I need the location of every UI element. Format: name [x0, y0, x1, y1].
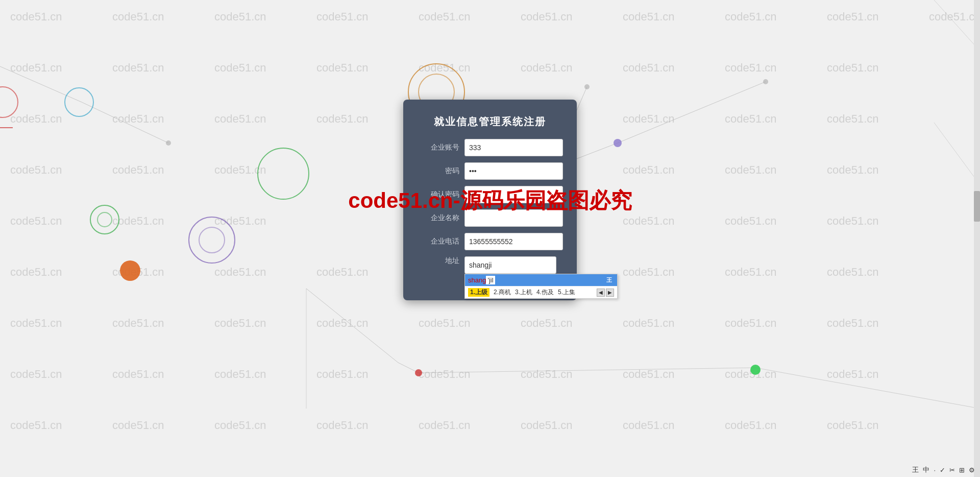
account-input[interactable]: [464, 139, 563, 156]
password-field-row: 密码: [424, 162, 556, 180]
autocomplete-header: shang'jil 王: [465, 274, 617, 286]
taskbar: 王 中 · ✓ ✂ ⊞ ⚙: [907, 463, 980, 477]
autocomplete-match-text: shang'jil: [468, 276, 495, 284]
company-phone-field-row: 企业电话: [424, 233, 556, 250]
confirm-password-input[interactable]: [464, 186, 563, 203]
address-field-row: 地址 shang'jil 王 1.上级 2.商机 3.上机 4.伤: [424, 256, 556, 274]
company-name-input[interactable]: [464, 209, 563, 227]
confirm-password-field-row: 确认密码: [424, 186, 556, 203]
modal-title: 就业信息管理系统注册: [424, 115, 556, 129]
account-field-row: 企业账号: [424, 139, 556, 156]
suggestion-3[interactable]: 3.上机: [515, 288, 532, 297]
account-label: 企业账号: [424, 143, 459, 152]
taskbar-ime[interactable]: 王: [912, 465, 919, 474]
company-name-field-row: 企业名称: [424, 209, 556, 227]
password-input[interactable]: [464, 162, 563, 180]
taskbar-dot[interactable]: ·: [934, 466, 936, 474]
address-input[interactable]: [464, 256, 556, 274]
suggestion-4[interactable]: 4.伤及: [536, 288, 554, 297]
right-scrollbar[interactable]: [974, 0, 980, 477]
ime-icon: 王: [604, 276, 614, 284]
modal-overlay: 就业信息管理系统注册 企业账号 密码 确认密码 企业名称 企业电话 地址: [0, 0, 980, 477]
autocomplete-dropdown: shang'jil 王 1.上级 2.商机 3.上机 4.伤及 5.上集 ◀ ▶: [464, 274, 618, 299]
confirm-password-label: 确认密码: [424, 190, 459, 199]
suggestion-5[interactable]: 5.上集: [558, 288, 575, 297]
suggestion-navigation: ◀ ▶: [597, 289, 614, 297]
suggestion-1[interactable]: 1.上级: [468, 288, 489, 297]
suggestion-2[interactable]: 2.商机: [494, 288, 511, 297]
address-label: 地址: [424, 256, 459, 266]
taskbar-grid[interactable]: ⊞: [959, 466, 965, 474]
password-label: 密码: [424, 166, 459, 176]
registration-modal: 就业信息管理系统注册 企业账号 密码 确认密码 企业名称 企业电话 地址: [403, 100, 577, 300]
scrollbar-thumb[interactable]: [974, 191, 980, 222]
next-suggestion-arrow[interactable]: ▶: [606, 289, 614, 297]
company-phone-input[interactable]: [464, 233, 563, 250]
taskbar-cut[interactable]: ✂: [949, 466, 955, 474]
company-phone-label: 企业电话: [424, 237, 459, 246]
taskbar-gear[interactable]: ⚙: [969, 466, 975, 474]
taskbar-check[interactable]: ✓: [940, 466, 945, 474]
prev-suggestion-arrow[interactable]: ◀: [597, 289, 605, 297]
autocomplete-suggestions: 1.上级 2.商机 3.上机 4.伤及 5.上集 ◀ ▶: [465, 286, 617, 298]
taskbar-lang[interactable]: 中: [923, 465, 929, 474]
address-container: shang'jil 王 1.上级 2.商机 3.上机 4.伤及 5.上集 ◀ ▶: [464, 256, 556, 274]
company-name-label: 企业名称: [424, 213, 459, 223]
